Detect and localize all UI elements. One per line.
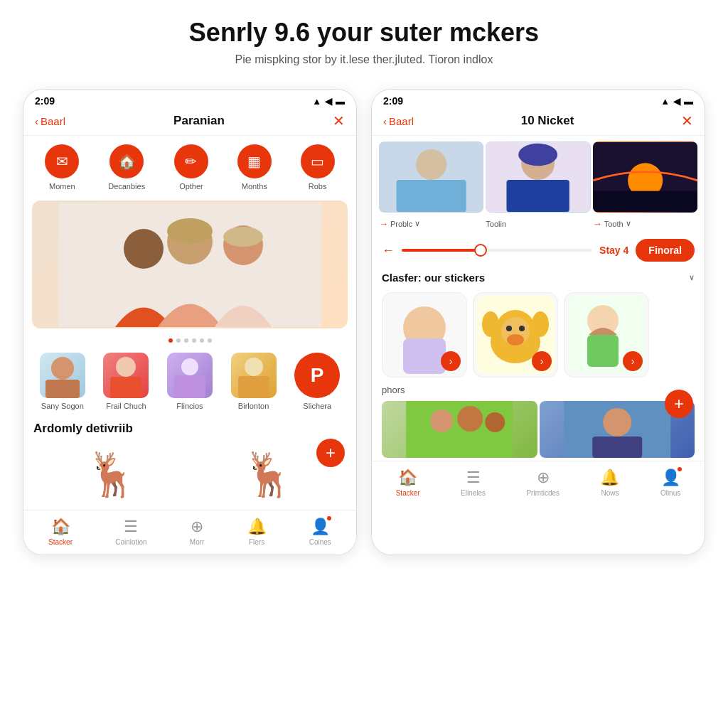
months-label: Months (242, 182, 267, 191)
banner-dots (23, 334, 356, 347)
robs-icon: ▭ (301, 144, 335, 178)
nav-morr-1[interactable]: ⊕ Morr (190, 518, 205, 546)
svg-rect-13 (238, 376, 269, 398)
page-title: Senrly 9.6 your suter mckers (14, 17, 714, 48)
add-fab-1[interactable]: + (316, 439, 345, 467)
page-subtitle: Pie mispking stor by it.lese ther.jluted… (14, 53, 714, 66)
svg-point-41 (430, 410, 453, 432)
banner-image (32, 200, 348, 328)
photo-cell-girl (486, 141, 590, 213)
olinus-label-2: Olinus (660, 489, 680, 497)
sticker-card-girl[interactable]: › (564, 292, 649, 378)
stacker-icon-2: 🏠 (398, 469, 417, 487)
sticker-card-dog[interactable]: › (473, 292, 558, 378)
svg-rect-9 (110, 377, 141, 398)
svg-point-15 (416, 149, 446, 180)
sticker-chevron[interactable]: ∨ (689, 273, 695, 282)
svg-point-5 (223, 227, 263, 247)
phone-2: 2:09 ▲ ◀ ▬ ‹ Baarl 10 Nicket ✕ (371, 89, 705, 555)
nav-coinlotion-1[interactable]: ☰ Coinlotion (115, 518, 146, 546)
months-icon: ▦ (237, 144, 272, 178)
coinlotion-label-1: Coinlotion (115, 538, 146, 546)
nav-action-1[interactable]: ✕ (333, 112, 345, 129)
arrow-tooth: → (593, 218, 602, 229)
status-icons-2: ▲ ◀ ▬ (660, 96, 693, 107)
back-button-1[interactable]: ‹ Baarl (35, 115, 65, 127)
icon-item-months[interactable]: ▦ Months (237, 144, 272, 191)
dot-5 (200, 338, 204, 343)
phone2-content: → Problc ∨ Toolin → Tooth ∨ ← (372, 136, 705, 461)
channel-sany[interactable]: Sany Sogon (34, 353, 91, 410)
slider-thumb[interactable] (474, 244, 487, 257)
svg-point-4 (167, 218, 213, 244)
status-time-2: 2:09 (383, 95, 403, 107)
icon-item-momen[interactable]: ✉ Momen (45, 144, 79, 191)
arrow-problc: → (379, 218, 388, 229)
channel-flincios[interactable]: Flincios (161, 353, 218, 410)
chevron-tooth[interactable]: ∨ (626, 219, 631, 228)
play-baby[interactable]: › (441, 351, 461, 371)
nav-stacker-2[interactable]: 🏠 Stacker (396, 469, 420, 497)
svg-point-6 (51, 357, 74, 380)
svg-rect-23 (593, 191, 697, 212)
page-header: Senrly 9.6 your suter mckers Pie mispkin… (0, 0, 728, 75)
chevron-problc[interactable]: ∨ (414, 219, 420, 228)
nav-stacker-1[interactable]: 🏠 Stacker (48, 518, 73, 546)
nav-coines-1[interactable]: 👤 Coines (309, 518, 331, 546)
sticker-preview: 🦌 🦌 (23, 439, 356, 510)
svg-point-8 (116, 357, 136, 377)
channel-slichera[interactable]: P Slichera (289, 353, 346, 410)
dot-2 (176, 338, 181, 343)
play-girl[interactable]: › (623, 351, 643, 371)
coines-label-1: Coines (309, 538, 331, 546)
sticker-section-header: Clasfer: our stickers ∨ (372, 267, 705, 288)
back-button-2[interactable]: ‹ Baarl (383, 115, 414, 127)
sticker-card-baby[interactable]: › (382, 292, 467, 378)
svg-point-33 (506, 326, 512, 331)
channel-label-birlonton: Birlonton (238, 402, 269, 410)
nav-title-1: Paranian (173, 114, 225, 128)
svg-rect-20 (507, 180, 569, 212)
channel-birlonton[interactable]: Birlonton (225, 353, 282, 410)
nav-action-2[interactable]: ✕ (681, 112, 693, 129)
svg-rect-16 (397, 180, 466, 212)
coines-icon-1: 👤 (311, 518, 330, 535)
morr-label-1: Morr (190, 538, 205, 546)
nav-dot-1 (327, 516, 331, 520)
nav-elineles-2[interactable]: ☰ Elineles (461, 469, 486, 497)
deer-right: 🦌 (242, 449, 295, 500)
olinus-icon-2: 👤 (661, 469, 680, 486)
slider-row: ← Stay 4 Finoral (372, 233, 705, 267)
channel-frail[interactable]: Frail Chuch (97, 353, 154, 410)
dot-3 (184, 338, 188, 343)
coinlotion-icon-1: ☰ (124, 518, 138, 536)
svg-point-36 (532, 311, 549, 337)
nav-nows-2[interactable]: 🔔 Nows (600, 469, 619, 497)
play-dog[interactable]: › (532, 351, 552, 371)
elineles-label-2: Elineles (461, 489, 486, 497)
slider-left-arrow[interactable]: ← (382, 243, 395, 258)
svg-point-1 (124, 229, 164, 269)
finoral-button[interactable]: Finoral (636, 239, 695, 262)
channel-label-frail: Frail Chuch (106, 402, 146, 410)
icon-item-decanbies[interactable]: 🏠 Decanbies (108, 144, 145, 191)
banner-svg (58, 203, 321, 327)
channel-label-sany: Sany Sogon (41, 402, 84, 410)
slider-track[interactable] (402, 249, 592, 252)
nav-olinus-2[interactable]: 👤 Olinus (660, 469, 680, 497)
nav-flers-1[interactable]: 🔔 Flers (247, 518, 267, 546)
status-time-1: 2:09 (35, 95, 55, 107)
channel-thumb-sany (40, 353, 85, 398)
photos-grid-small (372, 398, 705, 461)
icon-item-robs[interactable]: ▭ Robs (301, 144, 335, 191)
nav-primticdes-2[interactable]: ⊕ Primticdes (526, 469, 560, 497)
photo-label-toolin: Toolin (486, 218, 590, 229)
icon-item-opther[interactable]: ✏ Opther (174, 144, 208, 191)
add-fab-2[interactable]: + (665, 390, 693, 418)
channel-thumb-flincios (167, 353, 213, 398)
photo-grid (372, 136, 705, 218)
svg-rect-46 (592, 437, 642, 458)
sticker-section-title: Clasfer: our stickers (382, 272, 485, 284)
elineles-icon-2: ☰ (466, 469, 481, 487)
svg-point-35 (482, 311, 499, 337)
